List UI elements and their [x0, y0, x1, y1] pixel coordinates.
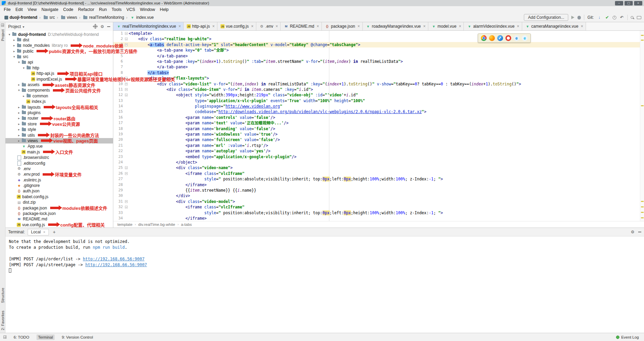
- tree-item-package-lock.json[interactable]: {}package-lock.json: [5, 211, 113, 216]
- locate-file-icon[interactable]: [94, 25, 97, 28]
- menu-window[interactable]: Window: [138, 7, 157, 12]
- menu-code[interactable]: Code: [61, 7, 76, 12]
- close-tab-icon[interactable]: ×: [317, 24, 319, 29]
- stripe-mark[interactable]: [641, 201, 644, 202]
- code-line-21[interactable]: 21 <param name='mrl' :value='i.rtsp'/>: [113, 143, 644, 148]
- status-item-terminal[interactable]: Terminal: [37, 335, 55, 340]
- menu-navigate[interactable]: Navigate: [39, 7, 61, 12]
- tree-item-.gitignore[interactable]: ◆.gitignore: [5, 183, 113, 188]
- terminal-output[interactable]: Note that the development build is not o…: [5, 236, 644, 333]
- code-line-27[interactable]: 27 style=" position:absolute;visibility:…: [113, 176, 644, 182]
- code-line-32[interactable]: 32 <iframe class="vlcIframe": [113, 204, 644, 210]
- tree-item-main.js[interactable]: JSmain.js入口文件: [5, 149, 113, 155]
- tree-item-public[interactable]: ▸publicpublic资源文件夹，一般放引用的第三方插件: [5, 49, 113, 54]
- tree-item-readme.md[interactable]: MREADME.md: [5, 216, 113, 222]
- editor-breadcrumb-a-tabs[interactable]: a-tabs: [181, 222, 192, 227]
- terminal-hide-icon[interactable]: [638, 232, 641, 232]
- fold-icon[interactable]: [125, 32, 128, 35]
- firefox-icon[interactable]: [489, 35, 495, 41]
- safari-icon[interactable]: [497, 35, 503, 41]
- editor-tab-realtimemonitoring-index.vue[interactable]: ▼realTimeMonitoring\index.vue×: [113, 22, 184, 30]
- edge-icon[interactable]: e: [514, 35, 519, 41]
- close-tab-icon[interactable]: ×: [581, 24, 583, 29]
- code-line-3[interactable]: 3 <a-tabs default-active-key="1" slot="h…: [113, 42, 644, 47]
- chevron-down-icon[interactable]: ▾: [17, 88, 21, 92]
- chevron-down-icon[interactable]: [23, 24, 24, 29]
- fold-icon[interactable]: [125, 206, 128, 208]
- tool-button-structure[interactable]: Structure: [1, 288, 5, 303]
- chrome-icon[interactable]: [481, 35, 487, 41]
- tree-item-assets[interactable]: ▸assetsassets静态资源文件: [5, 82, 113, 87]
- close-tab-icon[interactable]: ×: [178, 24, 181, 29]
- tool-window-switcher-icon[interactable]: [3, 336, 6, 339]
- code-line-20[interactable]: 20 <param name='fullscreen' value='false…: [113, 137, 644, 142]
- code-line-10[interactable]: 10 <div class="video-list" v-for="(item,…: [113, 81, 644, 87]
- chevron-right-icon[interactable]: ▸: [17, 128, 21, 131]
- chevron-right-icon[interactable]: ▸: [12, 38, 16, 42]
- editor-tab-vue.config.js[interactable]: JSvue.config.js×: [217, 22, 256, 30]
- chevron-right-icon[interactable]: ▸: [12, 44, 16, 47]
- hide-panel-icon[interactable]: [107, 26, 110, 27]
- tree-item-.env[interactable]: ⚙.env: [5, 166, 113, 172]
- close-tab-icon[interactable]: ×: [517, 24, 519, 29]
- breadcrumb-item-index.vue[interactable]: ▼index.vue: [128, 15, 155, 20]
- close-icon[interactable]: ×: [43, 230, 45, 234]
- code-line-6[interactable]: 6 <a-tab-pane :key="(index+1).toString()…: [113, 59, 644, 64]
- menu-view[interactable]: View: [25, 7, 39, 12]
- play-icon[interactable]: [571, 16, 574, 19]
- code-line-25[interactable]: 25 <div class="video-name">: [113, 165, 644, 170]
- commit-icon[interactable]: ✔: [605, 15, 610, 20]
- stripe-mark[interactable]: [641, 105, 644, 106]
- chevron-down-icon[interactable]: ▾: [8, 33, 11, 36]
- search-icon[interactable]: [631, 16, 633, 19]
- close-tab-icon[interactable]: ×: [212, 24, 215, 29]
- close-tab-icon[interactable]: ×: [459, 24, 461, 29]
- tree-item-plugins[interactable]: ▸plugins: [5, 110, 113, 115]
- tree-item-views[interactable]: ▸viewsview视图、pages页面: [5, 138, 113, 144]
- stripe-mark[interactable]: [641, 206, 644, 207]
- close-button[interactable]: [634, 1, 642, 5]
- editor-tab-alarmvideos-index.vue[interactable]: ▼alarmVideos\index.vue×: [464, 22, 522, 30]
- tree-item-node_modules[interactable]: ▸node_moduleslibrary ronode_modules依赖: [5, 43, 113, 48]
- code-line-8[interactable]: 8 </a-tabs>: [113, 70, 644, 76]
- editor-tab-.env[interactable]: ⚙.env×: [256, 22, 281, 30]
- close-tab-icon[interactable]: ×: [423, 24, 426, 29]
- fold-icon[interactable]: [125, 83, 128, 85]
- editor-tab-roadwaymanage-index.vue[interactable]: ▼roadwayManage\index.vue×: [363, 22, 428, 30]
- code-line-29[interactable]: 29 {{item.streetName}} {{i.name}}: [113, 188, 644, 193]
- code-line-1[interactable]: 1<template>: [113, 31, 644, 36]
- menu-edit[interactable]: Edit: [13, 7, 25, 12]
- tree-item-utils[interactable]: ▸utils封装的一些公共函数方法: [5, 132, 113, 138]
- menu-vcs[interactable]: VCS: [124, 7, 138, 12]
- tree-item-style[interactable]: ▸style: [5, 127, 113, 132]
- tree-item-dist.zip[interactable]: ▤dist.zip: [5, 200, 113, 205]
- code-line-15[interactable]: 15 codebase="http://downloads.videolan.o…: [113, 109, 644, 114]
- code-line-33[interactable]: 33 style=" position:absolute;visibility:…: [113, 210, 644, 216]
- tool-button-2-favorites[interactable]: 2: Favorites: [1, 311, 5, 330]
- chevron-right-icon[interactable]: ▸: [17, 83, 21, 86]
- fold-icon[interactable]: [125, 200, 128, 203]
- history-icon[interactable]: [613, 16, 616, 19]
- code-line-17[interactable]: 17 <param name='text' value='正在加载视频中...'…: [113, 120, 644, 126]
- fold-icon[interactable]: [125, 166, 128, 169]
- tree-item-.editorconfig[interactable]: .editorconfig: [5, 160, 113, 166]
- maximize-button[interactable]: [625, 1, 633, 5]
- chevron-right-icon[interactable]: ▸: [22, 94, 26, 98]
- tool-window-switcher-icon[interactable]: [1, 24, 4, 27]
- close-tab-icon[interactable]: ×: [251, 24, 254, 29]
- close-tab-icon[interactable]: ×: [275, 24, 278, 29]
- editor-tab-model.vue[interactable]: ▼model.vue×: [428, 22, 464, 30]
- ie-icon[interactable]: e: [522, 35, 528, 41]
- code-line-31[interactable]: 31 <div class="video-model">: [113, 199, 644, 204]
- tree-item-layouts[interactable]: ▸layoutslayouts全局布局相关: [5, 104, 113, 110]
- editor-tab-http-api.js[interactable]: JShttp-api.js×: [184, 22, 217, 30]
- fold-icon[interactable]: [125, 43, 128, 46]
- fold-icon[interactable]: [125, 94, 128, 96]
- code-line-19[interactable]: 19 <param name='windowless' value='true'…: [113, 132, 644, 137]
- stripe-mark[interactable]: [641, 40, 644, 41]
- tree-item-router[interactable]: ▸routerrouter路由: [5, 115, 113, 121]
- stripe-mark[interactable]: [641, 217, 644, 218]
- editor-tab-cameramanage-index.vue[interactable]: ▼cameraManage\index.vue×: [522, 22, 586, 30]
- code-line-28[interactable]: 28 </iframe>: [113, 182, 644, 188]
- tree-item-components[interactable]: ▾components页面公共组件文件: [5, 87, 113, 93]
